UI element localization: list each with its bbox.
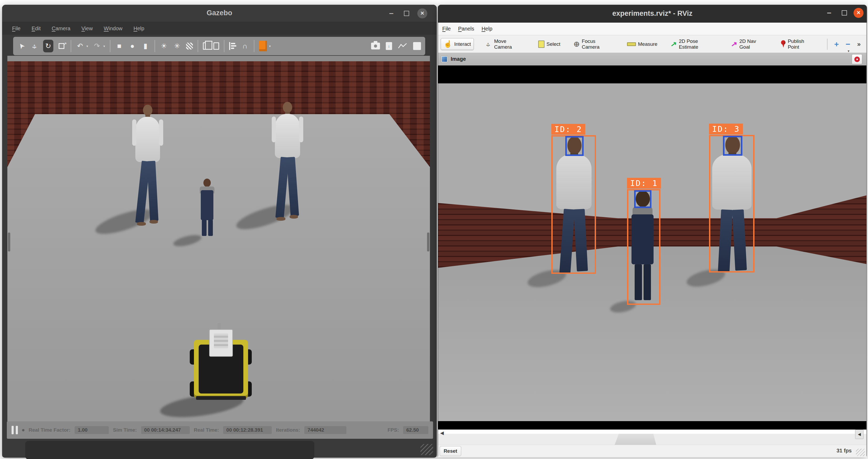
- menu-panels[interactable]: Panels: [458, 26, 474, 32]
- rviz-titlebar[interactable]: experiments.rviz* - RViz – ×: [438, 5, 867, 23]
- scale-tool-icon[interactable]: ↗: [58, 41, 66, 51]
- maximize-icon: [842, 10, 847, 16]
- fps-value: 62.50: [403, 426, 428, 434]
- tool-focus-camera[interactable]: ⊕ Focus Camera: [571, 37, 616, 52]
- rotate-tool-icon[interactable]: ↻: [43, 40, 53, 52]
- tool-2d-nav-goal[interactable]: ↗ 2D Nav Goal: [728, 37, 770, 52]
- step-button[interactable]: [22, 429, 25, 431]
- fps-indicator: 31 fps: [836, 448, 852, 454]
- select-tool-icon[interactable]: ➤: [14, 39, 29, 53]
- snap-magnet-icon[interactable]: ∩: [241, 40, 249, 52]
- nav-goal-arrow-icon: ↗: [731, 39, 738, 49]
- copy-icon[interactable]: [203, 42, 209, 50]
- tool-measure[interactable]: Measure: [624, 40, 660, 49]
- focus-crosshair-icon: ⊕: [574, 40, 580, 49]
- gazebo-resize-grip[interactable]: [421, 444, 433, 455]
- real-time-factor-value[interactable]: 1.00: [74, 426, 109, 434]
- remove-tool-button[interactable]: −▾: [846, 40, 850, 48]
- tool-publish-point[interactable]: Publish Point: [778, 37, 819, 52]
- menu-camera[interactable]: Camera: [52, 26, 70, 32]
- tool-move-camera[interactable]: ↔↕ Move Camera: [482, 37, 528, 52]
- menu-file[interactable]: File: [12, 26, 21, 32]
- insert-cylinder-icon[interactable]: ▮: [142, 40, 150, 52]
- left-panel-handle[interactable]: [8, 232, 10, 252]
- insert-sphere-icon[interactable]: ●: [128, 40, 137, 52]
- scroll-right-button[interactable]: ◀: [855, 430, 864, 439]
- insert-box-icon[interactable]: ■: [115, 40, 124, 52]
- menu-file[interactable]: File: [442, 26, 451, 32]
- reset-button[interactable]: Reset: [440, 446, 461, 456]
- gazebo-person-2: [267, 100, 309, 223]
- gazebo-child: [192, 178, 223, 239]
- image-display-area: ID: 2 ID: 1 ID: 3: [438, 65, 866, 430]
- redo-dropdown-icon[interactable]: ▾: [103, 44, 105, 48]
- paste-icon[interactable]: [213, 42, 219, 50]
- image-panel-title: Image: [451, 56, 466, 62]
- rviz-resize-grip[interactable]: [856, 449, 865, 456]
- image-panel-header[interactable]: Image: [438, 53, 866, 65]
- maximize-button[interactable]: [402, 8, 411, 19]
- panel-gap: [438, 430, 866, 434]
- maximize-button[interactable]: [839, 8, 849, 18]
- camera-image: ID: 2 ID: 1 ID: 3: [438, 83, 866, 421]
- gazebo-menubar: File Edit Camera View Window Help: [2, 22, 437, 35]
- translate-tool-icon[interactable]: ↔↕: [30, 41, 38, 51]
- detection-box-2: ID: 2: [551, 135, 596, 274]
- screenshot-camera-icon[interactable]: [371, 42, 380, 50]
- face-box-3: [723, 136, 742, 156]
- undo-dropdown-icon[interactable]: ▾: [87, 44, 88, 48]
- detection-label-1: ID: 1: [627, 178, 661, 189]
- tool-2d-pose-estimate[interactable]: ↗ 2D Pose Estimate: [668, 37, 720, 52]
- gazebo-3d-viewport[interactable]: [7, 56, 430, 421]
- gazebo-bottom-frame: [2, 439, 437, 458]
- iterations-label: Iterations:: [276, 427, 300, 433]
- sim-time-value[interactable]: 00 00:14:34.247: [141, 426, 190, 434]
- gazebo-timeline-bar[interactable]: [25, 441, 314, 459]
- real-time-value[interactable]: 00 00:12:28.391: [223, 426, 272, 434]
- point-light-icon[interactable]: ☀: [160, 40, 168, 52]
- menu-window[interactable]: Window: [104, 26, 122, 32]
- close-button[interactable]: ×: [854, 8, 864, 18]
- align-icon[interactable]: [229, 42, 236, 50]
- image-panel-close-button[interactable]: [852, 54, 862, 64]
- menu-view[interactable]: View: [82, 26, 93, 32]
- horizontal-scrollbar[interactable]: ◀ ◀: [438, 434, 866, 445]
- gazebo-back-wall: [35, 61, 390, 114]
- view-angle-icon[interactable]: [259, 41, 267, 51]
- directional-light-icon[interactable]: [186, 42, 193, 50]
- iterations-value[interactable]: 744042: [304, 426, 346, 434]
- image-panel-icon: [441, 56, 447, 62]
- toolbar-separator: [197, 40, 198, 52]
- rviz-window-title: experiments.rviz* - RViz: [438, 9, 867, 18]
- publish-point-pin-icon: [780, 40, 786, 48]
- plot-icon[interactable]: [398, 42, 407, 50]
- toolbar-overflow-chevron[interactable]: »: [857, 40, 861, 48]
- rviz-toolbar-right-group: + −▾ »: [827, 39, 864, 50]
- menu-help[interactable]: Help: [482, 26, 492, 32]
- minimize-button[interactable]: –: [386, 8, 396, 19]
- log-record-icon[interactable]: ↓: [386, 42, 392, 50]
- add-tool-button[interactable]: +: [834, 40, 839, 48]
- view-angle-dropdown-icon[interactable]: ▾: [269, 44, 271, 48]
- right-panel-handle[interactable]: [427, 232, 429, 252]
- gazebo-window: Gazebo – × File Edit Camera View Window …: [2, 5, 437, 458]
- redo-icon[interactable]: ↷: [93, 40, 101, 52]
- undo-icon[interactable]: ↶: [76, 40, 84, 52]
- close-button[interactable]: ×: [417, 8, 427, 19]
- scrollbar-thumb[interactable]: [615, 434, 656, 445]
- video-record-icon[interactable]: [413, 42, 421, 50]
- spot-light-icon[interactable]: ✳: [173, 40, 181, 52]
- gazebo-titlebar[interactable]: Gazebo – ×: [2, 5, 437, 22]
- tool-interact[interactable]: ☝ Interact: [441, 38, 474, 50]
- toolbar-separator: [827, 39, 828, 50]
- tool-select[interactable]: Select: [535, 39, 563, 50]
- toolbar-separator: [155, 40, 155, 52]
- menu-help[interactable]: Help: [133, 26, 144, 32]
- menu-edit[interactable]: Edit: [32, 26, 40, 32]
- scroll-left-icon[interactable]: ◀: [440, 430, 444, 436]
- minimize-button[interactable]: –: [824, 8, 834, 18]
- rviz-menubar: File Panels Help: [438, 23, 866, 35]
- pause-button[interactable]: [11, 426, 18, 434]
- toolbar-separator: [224, 40, 224, 52]
- rviz-window: experiments.rviz* - RViz – × File Panels…: [438, 5, 867, 457]
